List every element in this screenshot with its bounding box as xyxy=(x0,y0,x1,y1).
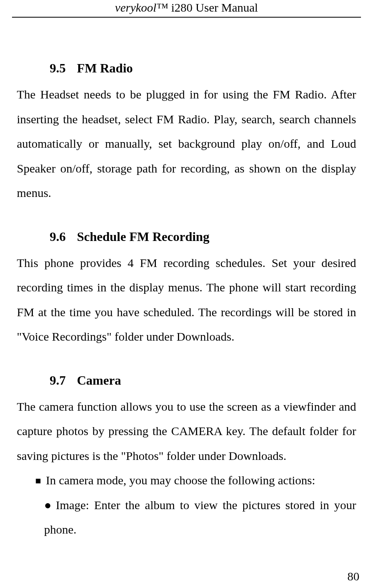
section-heading-fm-radio: 9.5FM Radio xyxy=(17,61,356,76)
header-divider xyxy=(12,17,361,18)
content-area: 9.5FM Radio The Headset needs to be plug… xyxy=(0,61,373,542)
section-body-schedule-fm: This phone provides 4 FM recording sched… xyxy=(17,251,356,349)
section-title: Camera xyxy=(77,373,121,387)
section-body-fm-radio: The Headset needs to be plugged in for u… xyxy=(17,82,356,205)
page-number: 80 xyxy=(347,570,359,583)
bullet-circle-item: ●Image: Enter the album to view the pict… xyxy=(17,493,356,542)
section-body-camera: The camera function allows you to use th… xyxy=(17,394,356,468)
section-heading-schedule-fm: 9.6Schedule FM Recording xyxy=(17,229,356,244)
header-title: verykool™ i280 User Manual xyxy=(115,1,258,14)
bullet-square-item: In camera mode, you may choose the follo… xyxy=(17,468,356,493)
section-heading-camera: 9.7Camera xyxy=(17,373,356,388)
section-title: Schedule FM Recording xyxy=(77,229,210,244)
bullet-square-text: In camera mode, you may choose the follo… xyxy=(46,474,315,487)
section-number: 9.5 xyxy=(50,61,66,76)
brand-name: verykool™ xyxy=(115,1,168,14)
section-number: 9.6 xyxy=(50,229,66,244)
product-name: i280 User Manual xyxy=(168,1,258,14)
page-header: verykool™ i280 User Manual xyxy=(0,0,373,17)
section-number: 9.7 xyxy=(50,373,66,388)
section-title: FM Radio xyxy=(77,61,133,75)
bullet-dot-icon: ● xyxy=(44,498,53,512)
page-container: verykool™ i280 User Manual 9.5FM Radio T… xyxy=(0,0,373,588)
bullet-circle-text: Image: Enter the album to view the pictu… xyxy=(44,498,356,536)
